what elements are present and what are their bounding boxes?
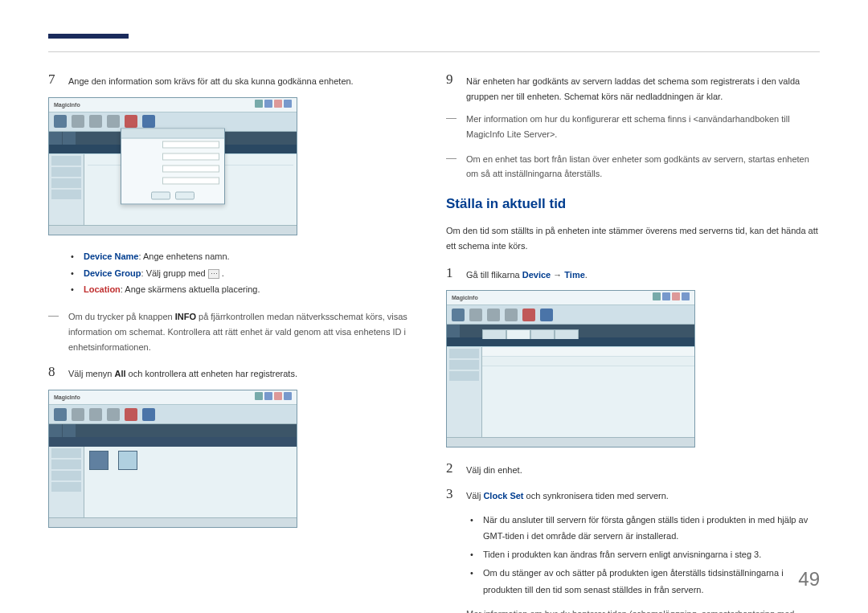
device-name-text: : Ange enhetens namn. [139, 251, 230, 261]
time-sub-bullets: •När du ansluter till servern för första… [470, 512, 820, 599]
sub-bullet-2: Tiden i produkten kan ändras från server… [483, 546, 820, 563]
device-group-label: Device Group [84, 268, 141, 278]
header-accent-bar [48, 34, 129, 39]
step8-after: och kontrollera att enheten har registre… [126, 369, 297, 378]
note-text: Om en enhet tas bort från listan över en… [466, 152, 820, 182]
info-word: INFO [175, 312, 196, 321]
note-dash-icon: ― [446, 607, 466, 613]
step-2: 2 Välj din enhet. [446, 460, 820, 478]
time-word: Time [564, 270, 584, 280]
device-info-bullets: • Device Name: Ange enhetens namn. • Dev… [71, 248, 422, 299]
step-8: 8 Välj menyn All och kontrollera att enh… [48, 364, 422, 382]
bullet-dot: • [71, 281, 84, 298]
note-text: Mer information om hur du hanterar tiden… [466, 607, 820, 613]
device-name-label: Device Name [84, 251, 139, 261]
step-number: 8 [48, 364, 68, 382]
step-number: 1 [446, 265, 466, 283]
note-dash-icon: ― [48, 309, 68, 354]
step-3: 3 Välj Clock Set och synkronisera tiden … [446, 486, 820, 504]
sub-bullet-3: Om du stänger av och sätter på produkten… [483, 565, 820, 599]
device-group-text-before: : Välj grupp med [141, 268, 208, 278]
clock-set-word: Clock Set [483, 491, 523, 501]
device-word: Device [522, 270, 551, 280]
info-note: ― Om du trycker på knappen INFO på fjärr… [48, 309, 422, 354]
header-divider [48, 51, 820, 52]
step-9: 9 När enheten har godkänts av servern la… [446, 72, 820, 104]
note-time-management: ― Mer information om hur du hanterar tid… [446, 607, 820, 613]
step-number: 9 [446, 72, 466, 104]
step-number: 7 [48, 72, 68, 89]
browse-group-button-icon [208, 269, 219, 279]
location-text: : Ange skärmens aktuella placering. [121, 284, 260, 294]
bullet-dot: • [470, 546, 483, 563]
screenshot-time-tab: MagicInfo [446, 290, 820, 447]
location-label: Location [84, 284, 121, 294]
step-7: 7 Ange den information som krävs för att… [48, 72, 422, 89]
note-before: Om du trycker på knappen [68, 312, 175, 321]
bullet-dot: • [71, 248, 84, 265]
section-intro: Om den tid som ställts in på enheten int… [446, 223, 820, 253]
step-number: 3 [446, 486, 466, 504]
note-schedule-info: ― Mer information om hur du konfigurerar… [446, 112, 820, 141]
note-dash-icon: ― [446, 152, 466, 182]
step-text: Ange den information som krävs för att d… [68, 72, 422, 89]
step3-after: och synkronisera tiden med servern. [524, 491, 669, 501]
step-text: När enheten har godkänts av servern ladd… [466, 72, 820, 104]
approve-dialog [121, 128, 225, 204]
step8-before: Välj menyn [68, 369, 114, 378]
ss-logo: MagicInfo [54, 394, 80, 400]
ss-logo: MagicInfo [452, 295, 478, 300]
step-number: 2 [446, 460, 466, 478]
bullet-dot: • [470, 512, 483, 546]
step3-before: Välj [466, 491, 483, 501]
note-device-removed: ― Om en enhet tas bort från listan över … [446, 152, 820, 182]
bullet-dot: • [71, 265, 84, 282]
right-column: 9 När enheten har godkänts av servern la… [446, 72, 820, 613]
arrow: → [551, 270, 564, 280]
note-text: Mer information om hur du konfigurerar e… [466, 112, 820, 141]
left-column: 7 Ange den information som krävs för att… [48, 72, 422, 613]
screenshot-approve-device: MagicInfo [48, 97, 422, 235]
sub-bullet-1: När du ansluter till servern för första … [483, 512, 820, 546]
step-text: Välj din enhet. [466, 460, 820, 478]
step-1: 1 Gå till flikarna Device → Time. [446, 265, 820, 283]
step1-before: Gå till flikarna [466, 270, 522, 280]
device-group-text-after: . [219, 268, 224, 278]
all-word: All [114, 369, 125, 378]
page-number: 49 [798, 568, 820, 591]
ss-logo: MagicInfo [54, 102, 80, 108]
period: . [585, 270, 588, 280]
screenshot-all-menu: MagicInfo [48, 390, 422, 528]
bullet-dot: • [470, 565, 483, 599]
note-dash-icon: ― [446, 112, 466, 141]
section-title-time: Ställa in aktuell tid [446, 196, 820, 212]
